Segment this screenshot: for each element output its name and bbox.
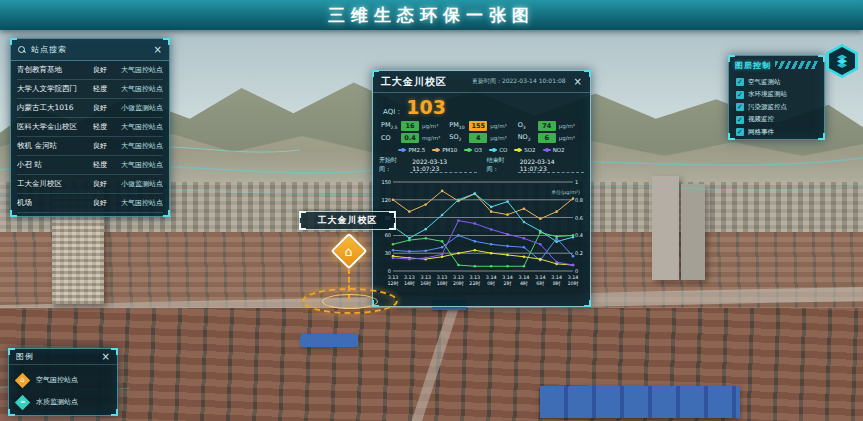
layer-item[interactable]: ✓ 视频监控 bbox=[736, 114, 817, 127]
pollutant-value-badge: 0.4 bbox=[401, 133, 419, 143]
chart-legend-item[interactable]: CO bbox=[489, 147, 507, 153]
aqi-value: 103 bbox=[406, 96, 446, 118]
legend-dot-icon bbox=[432, 149, 440, 151]
station-type: 大气国控站点 bbox=[117, 160, 163, 170]
legend-dot-icon bbox=[489, 149, 497, 151]
station-row[interactable]: 牧机 金河站 良好 大气国控站点 bbox=[17, 137, 163, 156]
legend-dot-icon bbox=[464, 149, 472, 151]
checkbox-checked-icon[interactable]: ✓ bbox=[736, 78, 744, 86]
pollutant-name: CO bbox=[381, 134, 398, 142]
station-type: 小微监测站点 bbox=[117, 179, 163, 189]
station-row[interactable]: 青创教育基地 良好 大气国控站点 bbox=[17, 61, 163, 80]
close-icon[interactable]: × bbox=[574, 77, 582, 87]
svg-text:60: 60 bbox=[385, 232, 391, 238]
station-panel-title: 站点搜索 bbox=[31, 44, 149, 55]
layer-label: 水环境监测站 bbox=[748, 90, 787, 99]
pollutant-unit: μg/m³ bbox=[559, 135, 575, 141]
checkbox-checked-icon[interactable]: ✓ bbox=[736, 91, 744, 99]
pollutant-cell: O3 74 μg/m³ bbox=[518, 121, 582, 131]
station-name: 工大金川校区 bbox=[17, 179, 93, 189]
legend-dot-icon bbox=[543, 149, 551, 151]
station-type: 大气国控站点 bbox=[117, 122, 163, 132]
chart-legend-item[interactable]: SO2 bbox=[514, 147, 535, 153]
map-legend-panel: 图例 × ⌂ 空气国控站点≈ 水质监测站点 bbox=[8, 348, 118, 416]
station-panel-header: 站点搜索 × bbox=[11, 39, 169, 61]
legend-item[interactable]: ⌂ 空气国控站点 bbox=[17, 369, 109, 391]
chart-legend-item[interactable]: NO2 bbox=[543, 147, 565, 153]
svg-text:0: 0 bbox=[388, 268, 391, 274]
chart-legend-item[interactable]: PM2.5 bbox=[398, 147, 425, 153]
legend-header: 图例 × bbox=[9, 349, 117, 365]
station-row[interactable]: 机场 良好 大气国控站点 bbox=[17, 194, 163, 213]
station-row[interactable]: 工大金川校区 良好 小微监测站点 bbox=[17, 175, 163, 194]
svg-text:30: 30 bbox=[385, 250, 391, 256]
svg-text:3.140时: 3.140时 bbox=[486, 275, 497, 286]
pollutant-name: PM2.5 bbox=[381, 121, 398, 130]
pollutant-name: NO2 bbox=[518, 133, 535, 142]
chart-legend-item[interactable]: PM10 bbox=[432, 147, 457, 153]
pollutant-unit: μg/m³ bbox=[422, 123, 438, 129]
pollutant-cell: SO2 4 μg/m³ bbox=[449, 133, 513, 143]
svg-text:1: 1 bbox=[575, 179, 578, 185]
svg-text:3.1322时: 3.1322时 bbox=[469, 275, 480, 286]
water-station-icon: ≈ bbox=[15, 394, 31, 410]
layer-item[interactable]: ✓ 水环境监测站 bbox=[736, 89, 817, 102]
app-header: 三维生态环保一张图 bbox=[0, 0, 863, 30]
svg-text:3.1316时: 3.1316时 bbox=[420, 275, 431, 286]
end-time-field[interactable]: 结束时间： 2022-03-14 11:07:23 bbox=[487, 156, 585, 174]
air-station-icon: ⌂ bbox=[15, 372, 31, 388]
svg-text:3.1312时: 3.1312时 bbox=[388, 275, 399, 286]
legend-item[interactable]: ≈ 水质监测站点 bbox=[17, 391, 109, 413]
map-marker-label[interactable]: 工大金川校区 bbox=[299, 211, 396, 230]
station-grade: 轻度 bbox=[93, 122, 117, 132]
legend-dot-icon bbox=[514, 149, 522, 151]
layer-label: 网格事件 bbox=[748, 128, 774, 137]
station-row[interactable]: 内蒙古工大1016 良好 小微监测站点 bbox=[17, 99, 163, 118]
station-row[interactable]: 小召 站 轻度 大气国控站点 bbox=[17, 156, 163, 175]
pollutant-value-badge: 16 bbox=[401, 121, 419, 131]
svg-text:0: 0 bbox=[575, 268, 578, 274]
pollutant-cell: PM10 155 μg/m³ bbox=[449, 121, 513, 131]
svg-text:3.144时: 3.144时 bbox=[519, 275, 530, 286]
start-time-field[interactable]: 开始时间： 2022-03-13 11:07:23 bbox=[379, 156, 477, 174]
time-range-row: 开始时间： 2022-03-13 11:07:23 结束时间： 2022-03-… bbox=[373, 154, 590, 176]
svg-text:3.1314时: 3.1314时 bbox=[404, 275, 415, 286]
pollutant-value-badge: 6 bbox=[538, 133, 556, 143]
close-icon[interactable]: × bbox=[154, 45, 162, 55]
layer-item[interactable]: ✓ 污染源监控点 bbox=[736, 101, 817, 114]
svg-text:0.2: 0.2 bbox=[575, 250, 583, 256]
station-row[interactable]: 大学人文学院西门 轻度 大气国控站点 bbox=[17, 80, 163, 99]
pollutant-value-badge: 74 bbox=[538, 121, 556, 131]
station-grade: 良好 bbox=[93, 141, 117, 151]
station-name: 牧机 金河站 bbox=[17, 141, 93, 151]
station-grade: 良好 bbox=[93, 103, 117, 113]
popup-header: 工大金川校区 更新时间：2022-03-14 10:01:08 × bbox=[373, 71, 590, 93]
pollutant-name: O3 bbox=[518, 121, 535, 130]
aqi-row: AQI： 103 bbox=[373, 93, 590, 118]
close-icon[interactable]: × bbox=[102, 352, 110, 362]
svg-text:120: 120 bbox=[381, 197, 391, 203]
checkbox-checked-icon[interactable]: ✓ bbox=[736, 116, 744, 124]
pollutant-grid: PM2.5 16 μg/m³PM10 155 μg/m³O3 74 μg/m³C… bbox=[373, 118, 590, 144]
popup-update-time: 更新时间：2022-03-14 10:01:08 bbox=[447, 77, 566, 86]
map-scene[interactable]: 三维生态环保一张图 站点搜索 × 青创教育基地 良好 大气国控站点大学人文学院西… bbox=[0, 0, 863, 421]
layer-item[interactable]: ✓ 空气监测站 bbox=[736, 76, 817, 89]
station-name: 内蒙古工大1016 bbox=[17, 103, 93, 113]
svg-text:0.4: 0.4 bbox=[575, 232, 583, 238]
svg-text:3.148时: 3.148时 bbox=[551, 275, 562, 286]
layer-label: 视频监控 bbox=[748, 115, 774, 124]
checkbox-checked-icon[interactable]: ✓ bbox=[736, 103, 744, 111]
station-name: 青创教育基地 bbox=[17, 65, 93, 75]
checkbox-checked-icon[interactable]: ✓ bbox=[736, 128, 744, 136]
station-type: 大气国控站点 bbox=[117, 65, 163, 75]
layer-item[interactable]: ✓ 网格事件 bbox=[736, 126, 817, 139]
chart-legend-item[interactable]: O3 bbox=[464, 147, 482, 153]
svg-text:3.142时: 3.142时 bbox=[502, 275, 513, 286]
pollutant-unit: μg/m³ bbox=[490, 123, 506, 129]
station-row[interactable]: 医科大学金山校区 轻度 大气国控站点 bbox=[17, 118, 163, 137]
pollutant-value-badge: 4 bbox=[469, 133, 487, 143]
pollutant-value-badge: 155 bbox=[469, 121, 487, 131]
page-title: 三维生态环保一张图 bbox=[328, 4, 535, 27]
pollutant-name: SO2 bbox=[449, 133, 466, 142]
pollutant-cell: CO 0.4 mg/m³ bbox=[381, 133, 445, 143]
